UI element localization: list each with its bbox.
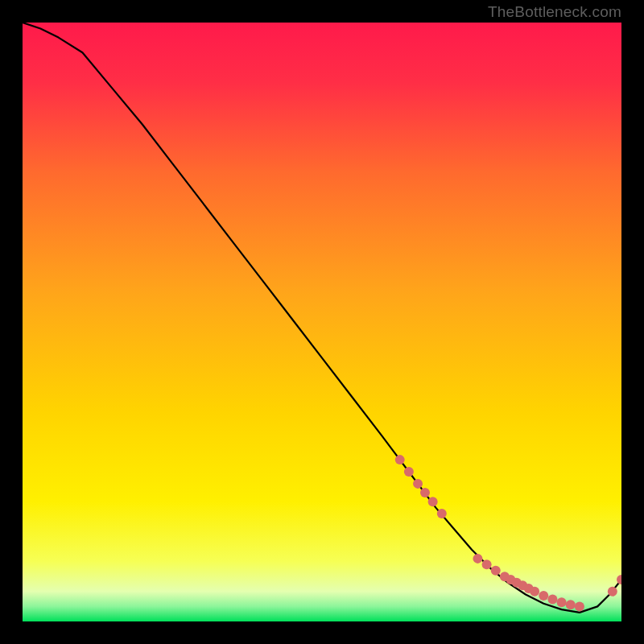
data-point bbox=[413, 479, 423, 489]
data-point bbox=[420, 488, 430, 497]
data-point bbox=[608, 587, 617, 597]
data-point bbox=[539, 591, 548, 601]
watermark-text: TheBottleneck.com bbox=[488, 3, 621, 21]
data-point bbox=[575, 601, 584, 611]
gradient-background bbox=[23, 23, 621, 621]
chart-container bbox=[23, 23, 621, 621]
data-point bbox=[428, 497, 438, 506]
data-point bbox=[557, 597, 567, 607]
data-point bbox=[491, 566, 501, 576]
data-point bbox=[547, 594, 557, 604]
data-point bbox=[566, 600, 576, 609]
bottleneck-chart bbox=[23, 23, 621, 621]
data-point bbox=[404, 467, 414, 477]
data-point bbox=[437, 509, 447, 518]
data-point bbox=[473, 554, 482, 564]
data-point bbox=[530, 587, 539, 597]
data-point bbox=[395, 455, 405, 464]
data-point bbox=[482, 559, 492, 569]
